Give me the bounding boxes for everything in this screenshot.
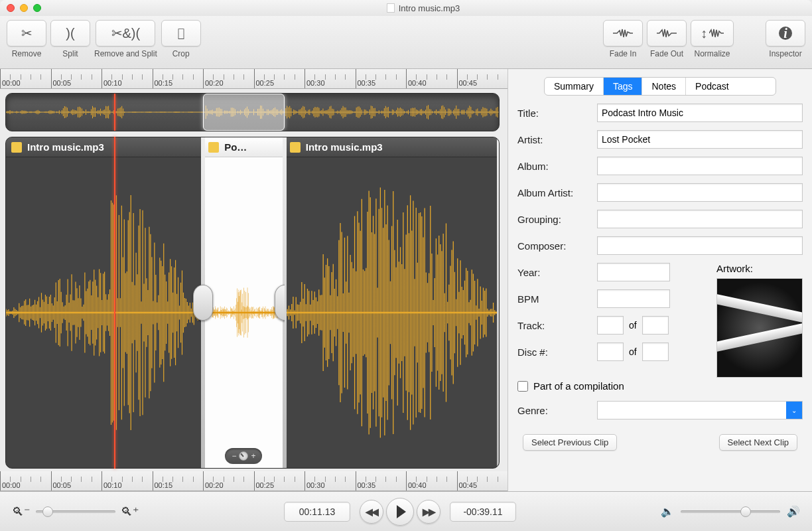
disc-of-text: of <box>629 346 637 357</box>
remove-and-split-button[interactable]: ✂&)( <box>96 20 155 46</box>
clip-header[interactable]: Po… <box>203 137 285 157</box>
track-total-field[interactable] <box>642 316 669 335</box>
time-elapsed[interactable]: 00:11.13 <box>284 502 350 522</box>
window-title: Intro music.mp3 <box>399 3 460 13</box>
tab-notes[interactable]: Notes <box>642 78 686 95</box>
artwork-well[interactable] <box>716 278 803 378</box>
fade-out-icon <box>657 28 677 38</box>
title-field[interactable] <box>597 104 803 122</box>
tracks-area: Intro music.mp3 Po… −+ Intro music.mp3 <box>5 137 500 469</box>
document-icon <box>387 3 395 13</box>
normalize-label: Normalize <box>694 49 730 58</box>
audio-file-icon <box>290 142 301 153</box>
fade-in-button[interactable] <box>603 20 643 46</box>
year-field[interactable] <box>597 263 670 281</box>
audio-lane: Intro music.mp3 Po… −+ Intro music.mp3 <box>5 137 500 469</box>
transport-bar: 🔍︎⁻ 🔍︎⁺ 00:11.13 ◀◀ ▶▶ -00:39.11 🔈 🔊 <box>0 491 812 531</box>
minimize-window-icon[interactable] <box>20 4 28 12</box>
forward-button[interactable]: ▶▶ <box>417 500 440 524</box>
timeline-ruler-bottom[interactable]: 00:0000:0500:1000:1500:2000:2500:3000:35… <box>0 471 508 491</box>
tab-tags[interactable]: Tags <box>604 78 643 95</box>
fade-in-icon <box>613 28 633 38</box>
audio-clip[interactable]: Intro music.mp3 <box>6 137 203 468</box>
play-icon <box>397 505 406 518</box>
fade-handle-left[interactable] <box>192 283 214 323</box>
composer-label: Composer: <box>517 240 597 252</box>
inspector-button[interactable]: i <box>766 20 805 46</box>
select-previous-clip-button[interactable]: Select Previous Clip <box>523 434 617 451</box>
time-remaining[interactable]: -00:39.11 <box>450 502 516 522</box>
disc-number-field[interactable] <box>597 342 624 361</box>
compilation-checkbox[interactable] <box>517 381 528 392</box>
audio-file-icon <box>208 142 219 153</box>
timeline-ruler-top[interactable]: 00:0000:0500:1000:1500:2000:2500:3000:35… <box>0 69 508 89</box>
clip-edge-left[interactable] <box>285 137 287 468</box>
disc-label: Disc #: <box>517 346 597 358</box>
zoom-in-icon[interactable]: 🔍︎⁺ <box>121 504 139 519</box>
volume-slider[interactable] <box>681 510 780 513</box>
playhead[interactable] <box>114 137 115 469</box>
artist-field[interactable] <box>597 130 803 149</box>
tab-podcast[interactable]: Podcast <box>686 78 738 95</box>
audio-file-icon <box>11 142 22 153</box>
zoom-out-icon[interactable]: 🔍︎⁻ <box>12 504 31 519</box>
volume-low-icon: 🔈 <box>661 505 674 518</box>
grouping-label: Grouping: <box>517 214 597 225</box>
normalize-button[interactable]: ↕ <box>691 20 734 46</box>
genre-select[interactable]: ⌄ <box>597 401 803 419</box>
zoom-slider[interactable] <box>36 510 115 513</box>
clip-edge-right[interactable] <box>497 137 499 468</box>
remove-label: Remove <box>12 49 42 58</box>
normalize-icon: ↕ <box>701 26 724 41</box>
album-artist-field[interactable] <box>597 183 803 202</box>
gain-control[interactable]: −+ <box>225 448 262 464</box>
fade-in-label: Fade In <box>610 49 637 58</box>
year-label: Year: <box>517 267 597 278</box>
artwork-label: Artwork: <box>716 263 803 274</box>
overview-playhead[interactable] <box>114 94 115 131</box>
forward-icon: ▶▶ <box>423 506 435 517</box>
zoom-window-icon[interactable] <box>33 4 41 12</box>
clip-title: Intro music.mp3 <box>27 141 104 153</box>
album-artist-label: Album Artist: <box>517 187 597 198</box>
select-next-clip-button[interactable]: Select Next Clip <box>719 434 797 451</box>
fade-out-button[interactable] <box>647 20 687 46</box>
genre-label: Genre: <box>517 405 597 416</box>
clip-header[interactable]: Intro music.mp3 <box>285 137 499 157</box>
fade-out-label: Fade Out <box>650 49 683 58</box>
zoom-slider-thumb[interactable] <box>42 506 53 517</box>
bpm-label: BPM <box>517 293 597 305</box>
clip-header[interactable]: Intro music.mp3 <box>6 137 203 157</box>
bpm-field[interactable] <box>597 289 670 308</box>
tab-summary[interactable]: Summary <box>545 78 604 95</box>
remove-split-icon: ✂&)( <box>111 25 141 41</box>
inspector-panel: Summary Tags Notes Podcast Title: Artist… <box>508 69 812 491</box>
title-label: Title: <box>517 108 597 119</box>
volume-high-icon: 🔊 <box>787 505 800 518</box>
split-button[interactable]: )( <box>50 20 90 46</box>
inspector-label: Inspector <box>769 49 801 58</box>
play-button[interactable] <box>386 498 414 526</box>
split-icon: )( <box>66 26 74 41</box>
close-window-icon[interactable] <box>7 4 15 12</box>
track-label: Track: <box>517 320 597 331</box>
rewind-button[interactable]: ◀◀ <box>360 500 383 524</box>
clip-title: Intro music.mp3 <box>306 141 383 153</box>
volume-slider-thumb[interactable] <box>740 506 751 517</box>
album-field[interactable] <box>597 157 803 175</box>
info-icon: i <box>779 27 792 40</box>
overview-selection[interactable] <box>203 94 285 131</box>
audio-clip[interactable]: Po… −+ <box>203 137 285 468</box>
crop-label: Crop <box>172 49 190 58</box>
remove-button[interactable]: ✂ <box>7 20 46 46</box>
grouping-field[interactable] <box>597 210 803 228</box>
crop-button[interactable]: ⌷ <box>161 20 201 46</box>
compilation-label: Part of a compilation <box>533 380 624 392</box>
track-number-field[interactable] <box>597 316 624 335</box>
overview-lane[interactable] <box>5 93 500 131</box>
audio-clip[interactable]: Intro music.mp3 <box>285 137 499 468</box>
disc-total-field[interactable] <box>642 342 669 361</box>
composer-field[interactable] <box>597 236 803 255</box>
rewind-icon: ◀◀ <box>366 506 377 517</box>
toolbar: ✂ Remove )( Split ✂&)( Remove and Split … <box>0 16 812 69</box>
